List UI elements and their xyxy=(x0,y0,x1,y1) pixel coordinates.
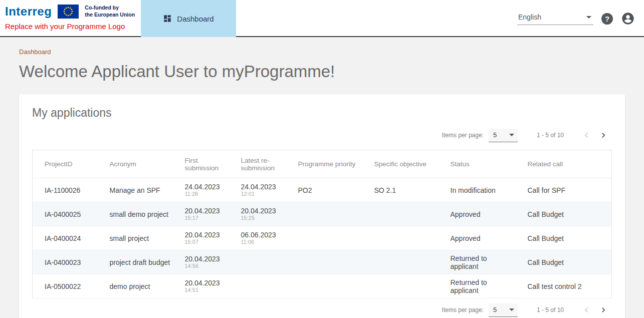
chevron-right-icon xyxy=(598,305,608,315)
cell-acronym: small demo project xyxy=(103,202,178,226)
cell-specific-objective xyxy=(367,226,444,250)
resubmission-date: 24.04.2023 xyxy=(241,183,284,191)
tab-dashboard[interactable]: Dashboard xyxy=(141,0,236,37)
submission-date: 24.04.2023 xyxy=(185,183,227,191)
cell-acronym: small project xyxy=(103,226,178,250)
resubmission-date: 06.06.2023 xyxy=(241,231,284,239)
cell-acronym: project draft budget xyxy=(103,250,178,274)
cell-latest-resubmission: 20.04.2023 15:25 xyxy=(234,202,291,226)
cell-latest-resubmission xyxy=(234,250,291,274)
cell-programme-priority xyxy=(291,202,367,226)
cell-acronym: Manage an SPF xyxy=(103,178,178,202)
submission-date: 20.04.2023 xyxy=(185,255,227,263)
items-per-page-label: Items per page: xyxy=(442,132,484,139)
paginator-top: Items per page: 5 1 - 5 of 10 xyxy=(32,127,612,144)
tab-dashboard-label: Dashboard xyxy=(177,15,213,23)
column-header-specific-objective: Specific objective xyxy=(367,150,444,178)
chevron-left-icon xyxy=(581,130,591,140)
resubmission-time: 15:25 xyxy=(241,215,284,222)
cell-programme-priority xyxy=(291,274,367,298)
cell-specific-objective xyxy=(367,250,444,274)
dashboard-icon xyxy=(163,14,172,23)
programme-logo: Interreg xyxy=(5,5,135,31)
cell-latest-resubmission: 06.06.2023 11:06 xyxy=(234,226,291,250)
submission-time: 15:17 xyxy=(185,215,227,222)
page-size-select[interactable]: 5 xyxy=(489,129,518,142)
chevron-down-icon xyxy=(509,134,514,136)
cell-related-call: Call test control 2 xyxy=(521,274,612,298)
eu-cofunded-line1: Co-funded by xyxy=(85,5,135,12)
cell-related-call: Call Budget xyxy=(521,226,612,250)
cell-project-id: IA-0400024 xyxy=(33,226,103,250)
column-header-project-id: ProjectID xyxy=(33,150,103,178)
cell-project-id: IA-1100026 xyxy=(33,178,103,202)
cell-specific-objective xyxy=(367,202,444,226)
column-header-first-submission: First submission xyxy=(178,150,234,178)
table-row[interactable]: IA-0500022 demo project 20.04.2023 14:51 xyxy=(33,274,612,298)
app-window: Interreg xyxy=(0,0,644,318)
cell-project-id: IA-0400023 xyxy=(33,250,103,274)
eu-cofunded-caption: Co-funded by the European Union xyxy=(85,5,135,18)
page-size-value: 5 xyxy=(493,131,497,139)
resubmission-date: 20.04.2023 xyxy=(241,207,284,215)
resubmission-time: 12:01 xyxy=(241,191,284,198)
chevron-down-icon xyxy=(509,308,514,311)
card-title: My applications xyxy=(32,106,612,120)
cell-first-submission: 20.04.2023 15:17 xyxy=(178,202,234,226)
cell-programme-priority: PO2 xyxy=(291,178,367,202)
cell-specific-objective: SO 2.1 xyxy=(367,178,444,202)
chevron-left-icon xyxy=(581,305,591,315)
account-icon[interactable] xyxy=(621,12,635,26)
breadcrumb[interactable]: Dashboard xyxy=(19,48,51,56)
cell-latest-resubmission xyxy=(234,274,291,298)
app-header: Interreg xyxy=(0,0,644,37)
submission-time: 14:51 xyxy=(185,287,227,294)
applications-table: ProjectID Acronym First submission Lates… xyxy=(32,150,612,298)
submission-date: 20.04.2023 xyxy=(185,231,227,239)
language-select[interactable]: English xyxy=(517,12,593,25)
cell-status: Returned to applicant xyxy=(444,274,521,298)
cell-first-submission: 20.04.2023 15:07 xyxy=(178,226,234,250)
column-header-latest-resubmission: Latest re-submission xyxy=(234,150,291,178)
cell-status: Approved xyxy=(444,226,521,250)
table-row[interactable]: IA-0400024 small project 20.04.2023 15:0… xyxy=(33,226,612,250)
table-row[interactable]: IA-1100026 Manage an SPF 24.04.2023 11:2… xyxy=(33,178,612,202)
paginator-range-label: 1 - 5 of 10 xyxy=(537,306,564,313)
previous-page-button[interactable] xyxy=(578,301,595,318)
cell-related-call: Call Budget xyxy=(521,250,612,274)
resubmission-time: 11:06 xyxy=(241,239,284,246)
next-page-button[interactable] xyxy=(595,301,612,318)
cell-acronym: demo project xyxy=(103,274,178,298)
previous-page-button[interactable] xyxy=(578,127,595,144)
page-title: Welcome Applicant User to myProgramme! xyxy=(19,62,625,81)
page-size-value: 5 xyxy=(493,306,497,313)
cell-status: In modification xyxy=(444,178,521,202)
table-row[interactable]: IA-0400023 project draft budget 20.04.20… xyxy=(33,250,612,274)
interreg-logo: Interreg xyxy=(5,5,52,19)
help-icon[interactable]: ? xyxy=(601,13,613,25)
chevron-down-icon xyxy=(586,16,591,19)
chevron-right-icon xyxy=(598,130,608,140)
eu-cofunded-line2: the European Union xyxy=(85,12,135,19)
eu-flag-icon xyxy=(58,5,79,19)
submission-time: 14:56 xyxy=(185,263,227,270)
paginator-range-label: 1 - 5 of 10 xyxy=(537,132,564,139)
next-page-button[interactable] xyxy=(595,127,612,144)
table-row[interactable]: IA-0400025 small demo project 20.04.2023… xyxy=(33,202,612,226)
submission-time: 11:28 xyxy=(185,191,227,198)
submission-date: 20.04.2023 xyxy=(185,279,227,287)
cell-first-submission: 20.04.2023 14:56 xyxy=(178,250,234,274)
cell-project-id: IA-0400025 xyxy=(33,202,103,226)
column-header-status: Status xyxy=(444,150,521,178)
header-actions: English ? xyxy=(517,0,635,37)
cell-first-submission: 24.04.2023 11:28 xyxy=(178,178,234,202)
column-header-related-call: Related call xyxy=(521,150,612,178)
page-size-select[interactable]: 5 xyxy=(489,303,518,317)
column-header-programme-priority: Programme priority xyxy=(291,150,367,178)
cell-related-call: Call for SPF xyxy=(521,178,612,202)
cell-related-call: Call Budget xyxy=(521,202,612,226)
cell-latest-resubmission: 24.04.2023 12:01 xyxy=(234,178,291,202)
cell-project-id: IA-0500022 xyxy=(33,274,103,298)
applications-card: My applications Items per page: 5 1 - 5 … xyxy=(19,94,625,318)
main-content: Dashboard Welcome Applicant User to myPr… xyxy=(0,37,644,318)
